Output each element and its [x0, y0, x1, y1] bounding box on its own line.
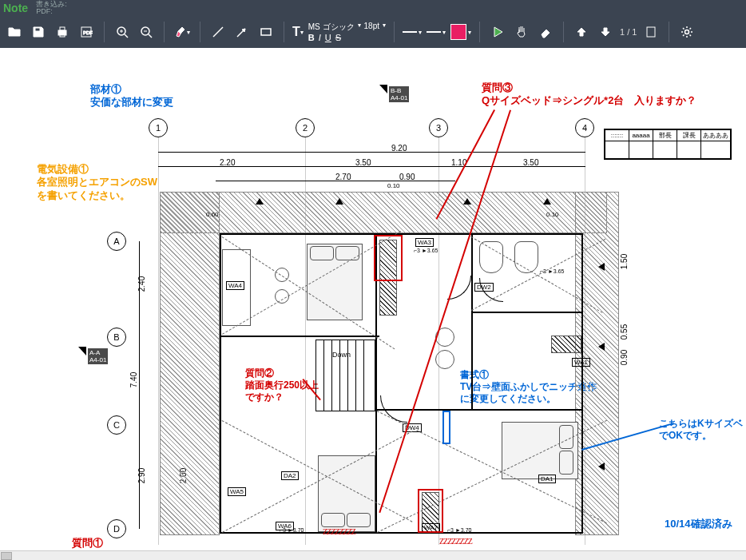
next-page-button[interactable]	[596, 22, 615, 42]
dim-total-width: 9.20	[391, 144, 407, 153]
svg-rect-15	[261, 29, 271, 35]
scribble-1: ZZZZZZZZ	[323, 527, 355, 536]
pdf-button[interactable]: PDF	[77, 22, 96, 42]
section-bb: B-BA4-01	[389, 86, 409, 102]
svg-rect-0	[35, 28, 40, 31]
main-toolbar: PDF ▾ T▾ MS ゴシック▾ 18pt▾ B I U S ▾ ▾ ▾ 1 …	[0, 16, 746, 48]
bold-button[interactable]: B	[308, 33, 315, 42]
red-markup-box-1	[374, 235, 403, 281]
blueprint: 1 2 3 4 A B C D 9.20 2.20 3.50 1.10 3.50…	[96, 104, 655, 551]
document-canvas[interactable]: 部材①安価な部材に変更 電気設備①各室照明とエアコンのSW を書いてください。 …	[0, 48, 746, 560]
underline-button[interactable]: U	[325, 33, 331, 42]
row-B: B	[107, 328, 126, 347]
zoom-in-button[interactable]	[113, 22, 132, 42]
zoom-out-button[interactable]	[137, 22, 156, 42]
highlighter-tool[interactable]: ▾	[173, 22, 192, 42]
play-button[interactable]	[488, 22, 507, 42]
line-style-select[interactable]: ▾	[427, 22, 446, 42]
page-indicator: 1 / 1	[620, 27, 637, 37]
font-name-select[interactable]: MS ゴシック	[308, 22, 355, 33]
line-weight-select[interactable]: ▾	[403, 22, 422, 42]
blue-markup-box	[442, 411, 450, 444]
color-swatch[interactable]: ▾	[450, 22, 471, 42]
eraser-tool[interactable]	[536, 22, 555, 42]
svg-rect-18	[647, 27, 655, 37]
save-button[interactable]	[29, 22, 48, 42]
font-size-select[interactable]: 18pt	[364, 22, 379, 33]
pan-tool[interactable]	[512, 22, 531, 42]
text-style-group: B I U S	[308, 33, 341, 42]
annot-k-ok: こちらはKサイズベ でOKです。	[659, 418, 743, 442]
col-1: 1	[149, 118, 168, 137]
prev-page-button[interactable]	[572, 22, 591, 42]
row-C: C	[107, 415, 126, 435]
svg-line-11	[149, 34, 152, 38]
col-4: 4	[575, 118, 594, 137]
row-D: D	[107, 519, 126, 538]
open-button[interactable]	[5, 22, 24, 42]
line-tool[interactable]	[208, 22, 228, 42]
print-button[interactable]	[53, 22, 72, 42]
settings-button[interactable]	[677, 22, 696, 42]
rect-tool[interactable]	[256, 22, 276, 42]
app-name: Note	[3, 2, 28, 14]
horizontal-scrollbar[interactable]	[0, 550, 746, 560]
italic-button[interactable]: I	[319, 33, 321, 42]
svg-point-19	[685, 30, 689, 34]
scribble-2: ZZZZZZZZ	[439, 537, 472, 546]
strike-button[interactable]: S	[335, 33, 341, 42]
svg-text:PDF: PDF	[83, 30, 93, 35]
row-A: A	[107, 232, 126, 251]
titlebar-line2: PDF:	[36, 8, 67, 15]
col-3: 3	[429, 118, 448, 137]
page-mode-button[interactable]	[641, 22, 661, 42]
app-titlebar: Note 書き込み: PDF:	[0, 0, 746, 16]
svg-line-7	[125, 34, 128, 38]
svg-line-13	[213, 27, 223, 37]
annot-confirm: 10/14確認済み	[665, 518, 732, 530]
red-markup-box-2	[418, 489, 443, 533]
svg-rect-2	[60, 27, 65, 30]
text-tool[interactable]: T▾	[292, 22, 304, 42]
arrow-tool[interactable]	[232, 22, 252, 42]
col-2: 2	[296, 118, 315, 137]
